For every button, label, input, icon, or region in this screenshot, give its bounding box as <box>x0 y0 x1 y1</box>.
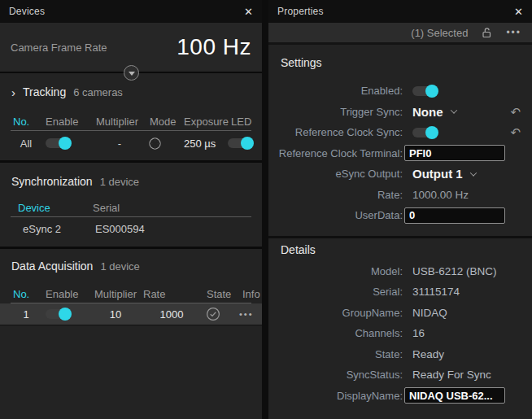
data-acquisition-title: Data Acquisition <box>11 260 93 273</box>
userdata-label: UserData: <box>268 209 403 221</box>
cell-exposure[interactable]: 250 µs <box>181 137 228 150</box>
prop-row-reference-clock-terminal: Reference Clock Terminal: <box>268 143 532 164</box>
tracking-count: 6 cameras <box>73 86 123 98</box>
daq-table-header: No. Enable Multiplier Rate State Info <box>0 285 262 303</box>
properties-titlebar: Properties ✕ <box>268 0 532 23</box>
prop-row-esync-output: eSync Output: Output 1 <box>268 164 532 185</box>
toggle-knob <box>59 308 72 321</box>
groupname-label: GroupName: <box>268 307 403 319</box>
col-rate[interactable]: Rate <box>140 288 203 300</box>
properties-panel: Properties ✕ (1) Selected ••• Settings E… <box>268 0 532 419</box>
trigger-sync-dropdown[interactable]: None <box>412 105 456 119</box>
properties-panel-title: Properties <box>277 6 324 17</box>
devices-panel: Devices ✕ Camera Frame Rate 100 Hz › Tra… <box>0 0 262 419</box>
chevron-right-icon[interactable]: › <box>11 85 15 99</box>
channels-value: 16 <box>412 327 425 339</box>
serial-label: Serial: <box>268 286 403 298</box>
model-label: Model: <box>268 265 403 277</box>
tracking-section: › Tracking 6 cameras No. Enable Multipli… <box>0 73 262 163</box>
enable-toggle[interactable] <box>46 309 70 319</box>
col-enable[interactable]: Enable <box>42 116 93 128</box>
col-led[interactable]: LED <box>228 116 252 128</box>
chevron-down-icon <box>450 107 456 114</box>
enable-all-toggle[interactable] <box>46 138 70 148</box>
tracking-header[interactable]: › Tracking 6 cameras <box>0 83 262 101</box>
reference-clock-terminal-label: Reference Clock Terminal: <box>268 147 403 159</box>
close-icon[interactable]: ✕ <box>514 7 523 17</box>
cell-device: eSync 2 <box>18 223 89 235</box>
led-toggle[interactable] <box>228 138 252 148</box>
synchronization-count: 1 device <box>100 176 139 188</box>
col-exposure[interactable]: Exposure <box>181 116 228 128</box>
state-check-icon <box>203 307 239 321</box>
revert-icon[interactable]: ↶ <box>510 126 521 138</box>
userdata-input[interactable] <box>404 207 505 224</box>
sync-table-header: Device Serial <box>0 199 262 216</box>
tracking-title: Tracking <box>23 85 66 98</box>
frame-rate-label: Camera Frame Rate <box>11 41 107 54</box>
col-device[interactable]: Device <box>18 202 89 214</box>
synchronization-section: Synchronization 1 device Device Serial e… <box>0 163 262 249</box>
toggle-knob <box>425 85 438 98</box>
groupname-value: NIDAQ <box>412 307 447 319</box>
model-value: USB-6212 (BNC) <box>412 265 497 277</box>
revert-icon[interactable]: ↶ <box>510 106 521 118</box>
col-info[interactable]: Info <box>239 288 260 300</box>
chevron-down-icon <box>469 169 476 176</box>
daq-row-selected[interactable]: 1 10 1000 ••• <box>0 303 262 325</box>
mode-reticle-icon[interactable] <box>146 137 181 151</box>
rate-value: 1000.00 Hz <box>412 189 469 201</box>
reference-clock-terminal-input[interactable] <box>404 145 505 161</box>
data-acquisition-section: Data Acquisition 1 device No. Enable Mul… <box>0 249 262 325</box>
toggle-knob <box>425 126 438 139</box>
data-acquisition-header[interactable]: Data Acquisition 1 device <box>0 257 262 275</box>
section-divider <box>268 236 532 238</box>
more-options-ellipsis-icon[interactable]: ••• <box>506 27 521 38</box>
devices-titlebar: Devices ✕ <box>0 0 262 23</box>
displayname-label: DisplayName: <box>268 390 403 402</box>
prop-row-reference-clock-sync: Reference Clock Sync: ↶ <box>268 122 532 143</box>
info-ellipsis-icon[interactable]: ••• <box>239 309 254 319</box>
displayname-input[interactable] <box>404 387 505 404</box>
enabled-toggle[interactable] <box>412 86 437 96</box>
expander-button[interactable] <box>124 65 139 81</box>
settings-heading: Settings <box>268 56 532 71</box>
syncstatus-value: Ready For Sync <box>412 369 491 381</box>
col-no[interactable]: No. <box>10 116 42 128</box>
rate-label: Rate: <box>268 189 403 201</box>
cell-multiplier: - <box>118 137 121 150</box>
cell-serial: ES000594 <box>89 223 252 235</box>
cell-multiplier: 10 <box>110 308 121 321</box>
tracking-row-all[interactable]: All - 250 µs <box>0 131 262 155</box>
col-serial[interactable]: Serial <box>89 202 252 214</box>
synchronization-header[interactable]: Synchronization 1 device <box>0 172 262 190</box>
esync-output-dropdown[interactable]: Output 1 <box>412 167 476 181</box>
channels-label: Channels: <box>268 327 403 339</box>
col-multiplier[interactable]: Multiplier <box>91 288 140 300</box>
cell-no: 1 <box>23 308 28 321</box>
reference-clock-sync-toggle[interactable] <box>412 128 437 137</box>
devices-panel-title: Devices <box>9 6 45 17</box>
close-icon[interactable]: ✕ <box>244 7 253 17</box>
col-multiplier[interactable]: Multiplier <box>93 116 146 128</box>
col-state[interactable]: State <box>203 288 239 300</box>
frame-rate-value[interactable]: 100 Hz <box>177 34 251 60</box>
prop-row-model: Model: USB-6212 (BNC) <box>268 261 532 282</box>
col-enable[interactable]: Enable <box>42 288 91 300</box>
cell-no: All <box>20 137 32 150</box>
state-value: Ready <box>412 348 444 360</box>
sync-row[interactable]: eSync 2 ES000594 <box>0 217 262 240</box>
col-mode[interactable]: Mode <box>146 116 181 128</box>
prop-row-trigger-sync: Trigger Sync: None ↶ <box>268 102 532 123</box>
toggle-knob <box>241 137 254 150</box>
prop-row-state: State: Ready <box>268 344 532 365</box>
prop-row-rate: Rate: 1000.00 Hz <box>268 185 532 206</box>
selected-count-label: (1) Selected <box>411 27 468 39</box>
prop-row-syncstatus: SyncStatus: Ready For Sync <box>268 364 532 386</box>
cell-rate: 1000 <box>160 308 184 321</box>
unlock-icon[interactable] <box>482 27 492 38</box>
serial-value: 31115174 <box>412 286 460 298</box>
details-heading: Details <box>268 243 532 258</box>
col-no[interactable]: No. <box>10 288 42 300</box>
prop-row-groupname: GroupName: NIDAQ <box>268 303 532 324</box>
